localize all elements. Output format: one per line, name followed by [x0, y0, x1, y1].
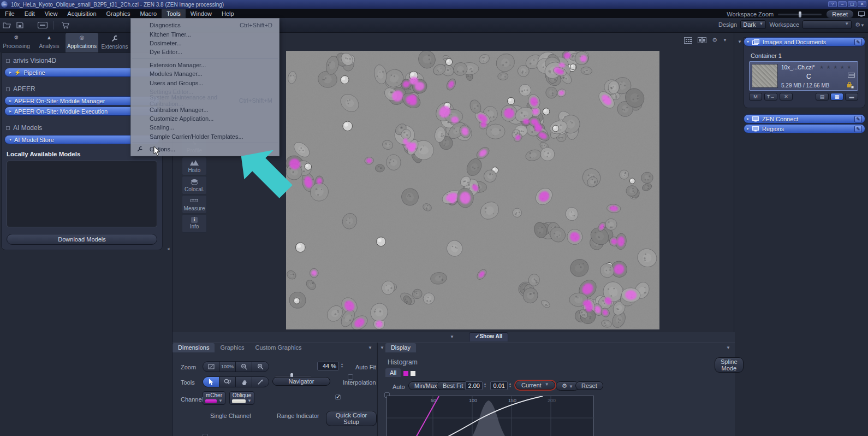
menu-item-dosimeter[interactable]: Dosimeter...: [131, 39, 279, 48]
pan-hand-tool-button[interactable]: [236, 377, 252, 387]
menu-item-extension-manager[interactable]: Extension Manager...: [131, 61, 279, 69]
open-file-icon[interactable]: [0, 20, 13, 30]
channel-mcherry-button[interactable]: mCher ▼: [203, 391, 225, 405]
pencil-icon[interactable]: ✎: [854, 126, 862, 132]
chevron-down-icon[interactable]: ▼: [726, 345, 730, 352]
gear-icon[interactable]: ⚙▼: [855, 21, 865, 28]
sidebar-collapse-icon[interactable]: ▼: [738, 39, 742, 44]
pencil-icon[interactable]: ✎: [854, 116, 862, 122]
compact-view-button[interactable]: ▬: [845, 93, 858, 101]
tab-analysis[interactable]: ▲ Analysis: [33, 33, 66, 52]
tab-dimensions[interactable]: Dimensions: [173, 343, 215, 352]
images-documents-header[interactable]: ▾ Images and Documents ✎: [744, 37, 865, 46]
channel-oblique-button[interactable]: Oblique ▼: [229, 391, 254, 405]
left-splitter-collapse[interactable]: ◂: [167, 246, 170, 251]
list-small-icon[interactable]: [848, 73, 855, 78]
thumbnail-view-button[interactable]: ▦: [830, 93, 843, 101]
quick-color-setup-button[interactable]: Quick Color Setup: [326, 411, 377, 426]
menu-item-dye-editor[interactable]: Dye Editor...: [131, 48, 279, 56]
menu-item-users-and-groups[interactable]: Users and Groups...: [131, 78, 279, 87]
maximize-button[interactable]: ▢: [848, 1, 857, 7]
download-models-button[interactable]: Download Models: [7, 234, 157, 245]
minimize-button[interactable]: –: [838, 1, 847, 7]
chevron-down-icon[interactable]: ▼: [218, 398, 223, 403]
zen-connect-header[interactable]: ▸ ZEN Connect ✎: [744, 114, 865, 123]
best-fit-button[interactable]: Best Fit: [437, 381, 469, 390]
strip-histo-button[interactable]: Histo: [182, 157, 207, 175]
save-icon[interactable]: [13, 20, 26, 30]
menu-item-scaling[interactable]: Scaling...: [131, 123, 279, 132]
menu-item-diagnostics[interactable]: Diagnostics Ctrl+Shift+D: [131, 21, 279, 30]
shop-cart-icon[interactable]: [58, 20, 72, 30]
tab-processing[interactable]: ⚙ Processing: [0, 33, 33, 52]
tab-applications[interactable]: ◎ Applications: [66, 33, 98, 52]
cursor-tool-button[interactable]: [203, 377, 219, 387]
menu-item-calibration-manager[interactable]: Calibration Manager...: [131, 105, 279, 114]
display-settings-icon[interactable]: [36, 20, 49, 30]
zoom-value-input[interactable]: 44 %: [317, 362, 339, 370]
workspace-zoom-handle[interactable]: [799, 11, 801, 17]
image-thumbnail[interactable]: [752, 64, 778, 88]
chevron-down-icon[interactable]: ▼: [380, 345, 384, 352]
tab-extensions[interactable]: Extensions: [98, 33, 131, 52]
zoom-out-button[interactable]: [236, 362, 252, 372]
single-channel-checkbox[interactable]: [203, 434, 208, 436]
close-button[interactable]: ✕: [858, 1, 866, 7]
channel-chip-magenta[interactable]: [403, 371, 408, 376]
gamma-input[interactable]: 2.00: [465, 381, 483, 390]
help-window-button[interactable]: ?: [828, 1, 837, 7]
zoom-fit-button[interactable]: [203, 362, 219, 372]
menu-file[interactable]: File: [0, 9, 20, 18]
menu-graphics[interactable]: Graphics: [102, 9, 135, 18]
menu-item-modules-manager[interactable]: Modules Manager...: [131, 69, 279, 78]
chevron-down-icon[interactable]: ▼: [723, 38, 727, 43]
strip-info-button[interactable]: i Info: [182, 214, 207, 233]
menu-edit[interactable]: Edit: [20, 9, 40, 18]
navigator-button[interactable]: Navigator: [272, 377, 330, 386]
menu-item-customize-application[interactable]: Customize Application...: [131, 114, 279, 123]
current-dropdown[interactable]: Current▼: [515, 381, 555, 390]
microscopy-image[interactable]: [286, 51, 659, 329]
pencil-icon[interactable]: ✎: [854, 39, 862, 45]
histogram-plot[interactable]: 50 100 150 200: [387, 396, 594, 436]
tab-custom-graphics[interactable]: Custom Graphics: [250, 343, 307, 352]
layout-grid-icon[interactable]: [684, 37, 692, 44]
low-spinner[interactable]: ▲▼: [509, 382, 512, 388]
chevron-down-icon[interactable]: ▼: [247, 398, 252, 403]
menu-window[interactable]: Window: [186, 9, 217, 18]
show-all-toggle[interactable]: ✓Show All: [469, 332, 508, 341]
channel-color-swatch[interactable]: [232, 399, 246, 403]
gear-icon[interactable]: ⚙: [712, 37, 717, 44]
image-document-card[interactable]: 10x_...Ch.czi* ★ ★ ★ ★ ★ C 5.29 MB / 12.…: [749, 61, 858, 91]
tab-display[interactable]: Display: [385, 343, 416, 352]
histogram-all-tab[interactable]: All: [385, 368, 401, 377]
workspace-zoom-reset-button[interactable]: Reset: [826, 10, 854, 19]
save-document-button[interactable]: M: [749, 93, 762, 101]
export-document-button[interactable]: T→: [764, 93, 777, 101]
channel-chip-white[interactable]: [411, 371, 415, 376]
interpolation-checkbox[interactable]: [335, 394, 341, 400]
menu-item-sample-carrier-templates[interactable]: Sample Carrier/Holder Templates...: [131, 132, 279, 141]
menu-macro[interactable]: Macro: [135, 9, 162, 18]
workspace-dropdown[interactable]: ▼: [802, 20, 852, 29]
workspace-zoom-slider[interactable]: [778, 14, 822, 15]
channel-color-swatch[interactable]: [205, 399, 217, 403]
regions-header[interactable]: ▸ Regions ✎: [744, 124, 865, 133]
strip-measure-button[interactable]: Measure: [182, 195, 207, 214]
menu-acquisition[interactable]: Acquisition: [62, 9, 101, 18]
zoom-region-tool-button[interactable]: [219, 377, 236, 387]
tab-graphics[interactable]: Graphics: [215, 343, 249, 352]
design-dropdown[interactable]: Dark▼: [740, 20, 766, 29]
spline-mode-button[interactable]: Spline Mode: [715, 357, 744, 373]
menu-tools[interactable]: Tools: [162, 9, 186, 18]
low-input[interactable]: 0.01: [490, 381, 508, 390]
zoom-spinner[interactable]: ▲▼: [341, 363, 343, 368]
histogram-reset-button[interactable]: Reset: [575, 381, 603, 390]
zoom-in-button[interactable]: [252, 362, 269, 372]
picker-tool-button[interactable]: [252, 377, 269, 387]
gamma-spinner[interactable]: ▲▼: [484, 382, 486, 388]
chevron-down-icon[interactable]: ▼: [368, 345, 372, 352]
rating-stars[interactable]: ★ ★ ★ ★ ★: [819, 64, 852, 70]
split-view-icon[interactable]: [698, 37, 706, 43]
strip-colocal-button[interactable]: Colocal.: [182, 176, 207, 195]
